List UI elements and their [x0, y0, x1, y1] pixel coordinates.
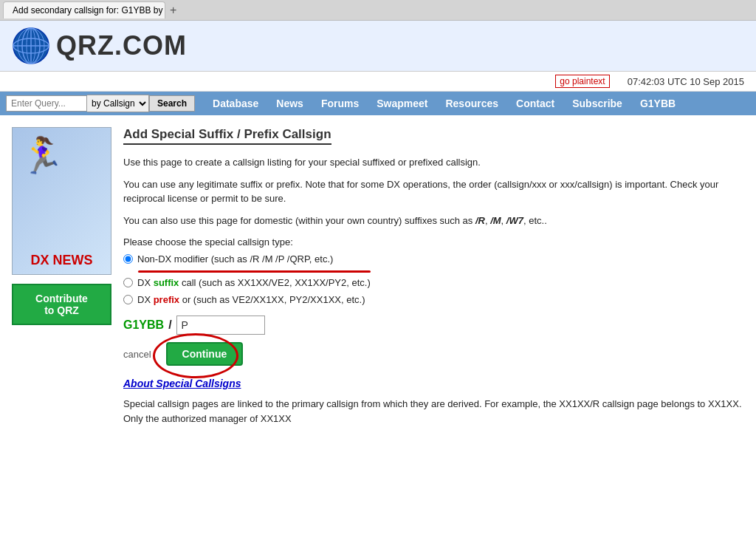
suffix-word: suffix [154, 277, 179, 288]
browser-tab[interactable]: Add secondary callsign for: G1YBB by QRZ… [3, 1, 165, 18]
search-button[interactable]: Search [149, 95, 195, 112]
radio-dx-prefix[interactable] [123, 295, 133, 304]
top-info-bar: go plaintext 07:42:03 UTC 10 Sep 2015 [0, 72, 756, 92]
browser-tab-bar: Add secondary callsign for: G1YBB by QRZ… [0, 0, 756, 21]
contribute-line2: to QRZ [35, 304, 88, 316]
contribute-line1: Contribute [35, 293, 88, 304]
nav-link-forums[interactable]: Forums [312, 96, 368, 111]
description-1: Use this page to create a callsign listi… [123, 155, 744, 170]
radio-option-1: Non-DX modifier (such as /R /M /P /QRP, … [123, 253, 744, 265]
action-row: cancel Continue [123, 342, 744, 366]
main-content: 🏃‍♀️ DX NEWS Contribute to QRZ Add Speci… [0, 115, 756, 437]
selection-underline [138, 270, 371, 273]
radio-dx-prefix-label: DX prefix or (such as VE2/XX1XX, PY2/XX1… [137, 294, 365, 305]
dx-news-label: DX NEWS [30, 253, 92, 268]
description-3: You can also use this page for domestic … [123, 214, 744, 228]
contribute-button[interactable]: Contribute to QRZ [12, 284, 111, 325]
plaintext-link[interactable]: go plaintext [555, 75, 609, 88]
navigation-bar: by Callsign Search Database News Forums … [0, 92, 756, 115]
radio-nondx-label: Non-DX modifier (such as /R /M /P /QRP, … [137, 253, 333, 265]
prefix-word: prefix [154, 294, 179, 305]
radio-option-2: DX suffix call (such as XX1XX/VE2, XX1XX… [123, 277, 744, 288]
suffix-m: /M [490, 215, 501, 226]
dx-news-box: 🏃‍♀️ DX NEWS [12, 127, 111, 275]
radio-option-1-container: Non-DX modifier (such as /R /M /P /QRP, … [123, 253, 744, 273]
search-type-dropdown[interactable]: by Callsign [87, 95, 149, 112]
suffix-w7: /W7 [506, 215, 523, 226]
news-figure-icon: 🏃‍♀️ [20, 135, 64, 177]
suffix-r: /R [475, 215, 485, 226]
new-tab-button[interactable]: + [165, 4, 181, 17]
globe-icon [12, 27, 50, 65]
radio-nondx[interactable] [123, 254, 133, 264]
radio-dx-suffix-label: DX suffix call (such as XX1XX/VE2, XX1XX… [137, 277, 371, 288]
logo: QRZ.COM [12, 27, 187, 65]
suffix-input[interactable] [176, 316, 265, 335]
continue-button-wrapper: Continue [166, 342, 244, 366]
callsign-base-label: G1YBB [123, 318, 164, 332]
nav-link-resources[interactable]: Resources [436, 96, 507, 111]
about-callsigns-text: Special callsign pages are linked to the… [123, 397, 744, 426]
callsign-type-section: Please choose the special callsign type:… [123, 236, 744, 305]
nav-link-database[interactable]: Database [204, 96, 267, 111]
continue-button[interactable]: Continue [166, 342, 244, 366]
radio-option-3: DX prefix or (such as VE2/XX1XX, PY2/XX1… [123, 294, 744, 305]
cancel-link[interactable]: cancel [123, 349, 151, 360]
site-logo-text: QRZ.COM [56, 30, 187, 61]
radio-dx-suffix[interactable] [123, 278, 133, 287]
news-label: NEWS [53, 253, 93, 267]
sidebar: 🏃‍♀️ DX NEWS Contribute to QRZ [12, 127, 111, 426]
search-input[interactable] [6, 95, 87, 112]
page-title: Add Special Suffix / Prefix Callsign [123, 127, 331, 145]
nav-link-swapmeet[interactable]: Swapmeet [368, 96, 436, 111]
about-callsigns-link[interactable]: About Special Callsigns [123, 378, 744, 389]
nav-link-subscribe[interactable]: Subscribe [563, 96, 631, 111]
description-3-pre: You can also use this page for domestic … [123, 215, 475, 226]
nav-link-news[interactable]: News [267, 96, 312, 111]
tab-label: Add secondary callsign for: G1YBB by QRZ… [13, 5, 165, 16]
nav-link-callsign[interactable]: G1YBB [631, 96, 684, 111]
site-header: QRZ.COM [0, 21, 756, 72]
callsign-input-row: G1YBB / [123, 316, 744, 335]
timestamp: 07:42:03 UTC 10 Sep 2015 [628, 76, 744, 87]
page-content: Add Special Suffix / Prefix Callsign Use… [123, 127, 744, 426]
dx-label: DX [30, 253, 49, 267]
nav-link-contact[interactable]: Contact [507, 96, 563, 111]
choose-label: Please choose the special callsign type: [123, 236, 744, 248]
slash-separator: / [168, 318, 171, 332]
description-3-post: , etc.. [523, 215, 547, 226]
description-2: You can use any legitimate suffix or pre… [123, 177, 744, 206]
